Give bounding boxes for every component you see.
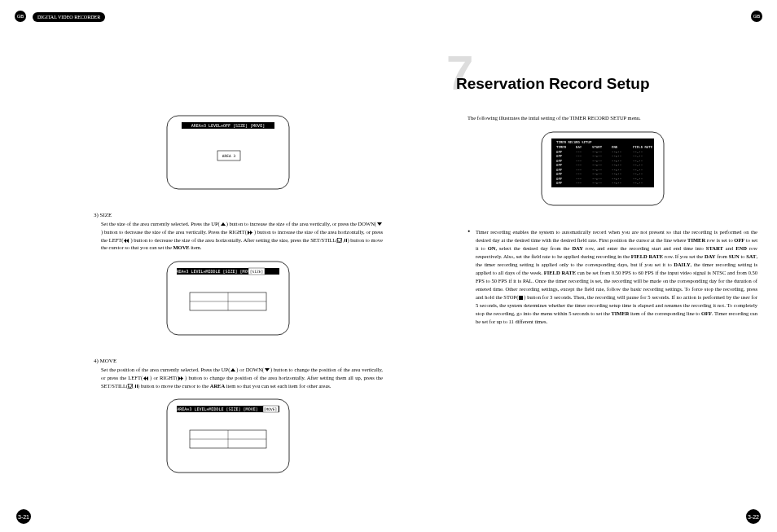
- svg-text:---: ---: [576, 172, 582, 176]
- svg-text:DAY: DAY: [576, 145, 582, 149]
- set-still-icon: /: [337, 238, 347, 244]
- section-size-title: 3) SIZE: [94, 212, 383, 218]
- svg-text:TIMER: TIMER: [556, 145, 567, 149]
- chapter-title: Reservation Record Setup: [456, 75, 650, 93]
- svg-text:OFF: OFF: [556, 158, 563, 162]
- svg-text:AREA=3 LEVEL=MIDDLE [SIZE] [MO: AREA=3 LEVEL=MIDDLE [SIZE] [MOVE]: [173, 269, 254, 274]
- svg-text:--.--: --.--: [633, 154, 643, 158]
- svg-text:TIMER RECORD SETUP: TIMER RECORD SETUP: [556, 140, 592, 144]
- svg-text:--.--: --.--: [633, 176, 643, 180]
- svg-text:--:--: --:--: [592, 172, 602, 176]
- down-icon: [264, 367, 270, 373]
- svg-rect-19: [135, 385, 136, 388]
- up-icon: [220, 222, 226, 227]
- svg-text:---: ---: [576, 154, 582, 158]
- svg-text:--.--: --.--: [633, 163, 643, 167]
- page-number-left: 3-21: [16, 509, 31, 524]
- screen-illustration-1: AREA=3 LEVEL=OFF [SIZE] [MOVE] AREA 3: [159, 114, 297, 196]
- svg-text:/: /: [343, 239, 345, 243]
- bullet-timer-recording: Timer recording enables the system to au…: [468, 228, 757, 327]
- right-intro: The following illustrates the intial set…: [468, 114, 757, 122]
- svg-text:--:--: --:--: [612, 172, 621, 176]
- page-number-right: 3-22: [746, 509, 761, 524]
- svg-text:---: ---: [576, 176, 582, 180]
- svg-text:--:--: --:--: [612, 176, 621, 180]
- svg-text:OFF: OFF: [556, 154, 563, 158]
- svg-rect-7: [345, 239, 345, 242]
- svg-text:FIELD RATE: FIELD RATE: [633, 145, 653, 149]
- svg-text:--:--: --:--: [592, 154, 602, 158]
- left-icon: [143, 376, 150, 381]
- section-move-body: Set the position of the area currently s…: [101, 366, 383, 389]
- gb-badge-right: GB: [751, 11, 762, 22]
- svg-text:--:--: --:--: [612, 181, 621, 185]
- svg-text:OFF: OFF: [556, 163, 563, 167]
- svg-text:--:--: --:--: [612, 154, 621, 158]
- svg-text:--.--: --.--: [633, 158, 643, 162]
- header-title: DIGITAL VIDEO RECORDER: [33, 12, 105, 22]
- gb-badge-left: GB: [15, 11, 26, 22]
- svg-text:--:--: --:--: [592, 176, 602, 180]
- screen-illustration-2: AREA=3 LEVEL=MIDDLE [SIZE] [MOVE] [SIZE]: [159, 260, 297, 341]
- svg-text:--:--: --:--: [612, 167, 621, 171]
- svg-text:--.--: --.--: [633, 167, 643, 171]
- svg-text:OFF: OFF: [556, 181, 563, 185]
- down-icon: [376, 222, 383, 227]
- svg-text:--.--: --.--: [633, 172, 643, 176]
- svg-text:--:--: --:--: [592, 167, 602, 171]
- svg-text:--:--: --:--: [612, 163, 621, 167]
- svg-text:--:--: --:--: [592, 163, 602, 167]
- svg-text:[SIZE]: [SIZE]: [250, 270, 263, 274]
- svg-text:AREA=3 LEVEL=OFF [SIZE] [MOVE]: AREA=3 LEVEL=OFF [SIZE] [MOVE]: [191, 123, 265, 128]
- svg-text:--:--: --:--: [592, 158, 602, 162]
- section-move-title: 4) MOVE: [94, 358, 383, 364]
- left-column: AREA=3 LEVEL=OFF [SIZE] [MOVE] AREA 3 3)…: [73, 106, 383, 495]
- svg-text:---: ---: [576, 167, 582, 171]
- svg-text:OFF: OFF: [556, 176, 563, 180]
- svg-text:--:--: --:--: [592, 181, 602, 185]
- svg-text:--.--: --.--: [633, 149, 643, 153]
- timer-setup-screen: TIMER RECORD SETUPTIMERDAYSTARTENDFIELD …: [533, 130, 672, 212]
- svg-text:START: START: [592, 145, 603, 149]
- svg-text:AREA 3: AREA 3: [222, 154, 236, 158]
- svg-text:OFF: OFF: [556, 172, 563, 176]
- section-size-body: Set the size of the area currently selec…: [101, 220, 383, 252]
- set-still-icon: /: [128, 384, 138, 389]
- svg-text:[MOVE]: [MOVE]: [264, 407, 277, 411]
- svg-text:--:--: --:--: [612, 158, 621, 162]
- screen-illustration-3: AREA=3 LEVEL=MIDDLE [SIZE] [MOVE] [MOVE]: [159, 398, 297, 479]
- svg-text:---: ---: [576, 149, 582, 153]
- svg-text:--:--: --:--: [592, 149, 602, 153]
- svg-text:OFF: OFF: [556, 167, 563, 171]
- right-column: The following illustrates the intial set…: [448, 114, 757, 327]
- svg-text:---: ---: [576, 158, 582, 162]
- svg-text:---: ---: [576, 163, 582, 167]
- svg-text:OFF: OFF: [556, 149, 563, 153]
- svg-text:AREA=3 LEVEL=MIDDLE [SIZE] [MO: AREA=3 LEVEL=MIDDLE [SIZE] [MOVE]: [177, 407, 257, 411]
- right-icon: [247, 230, 254, 235]
- svg-rect-77: [519, 296, 523, 300]
- svg-text:--:--: --:--: [612, 149, 621, 153]
- right-icon: [178, 376, 185, 381]
- svg-text:END: END: [612, 145, 618, 149]
- svg-text:---: ---: [576, 181, 582, 185]
- svg-text:--.--: --.--: [633, 181, 643, 185]
- svg-text:/: /: [134, 385, 135, 389]
